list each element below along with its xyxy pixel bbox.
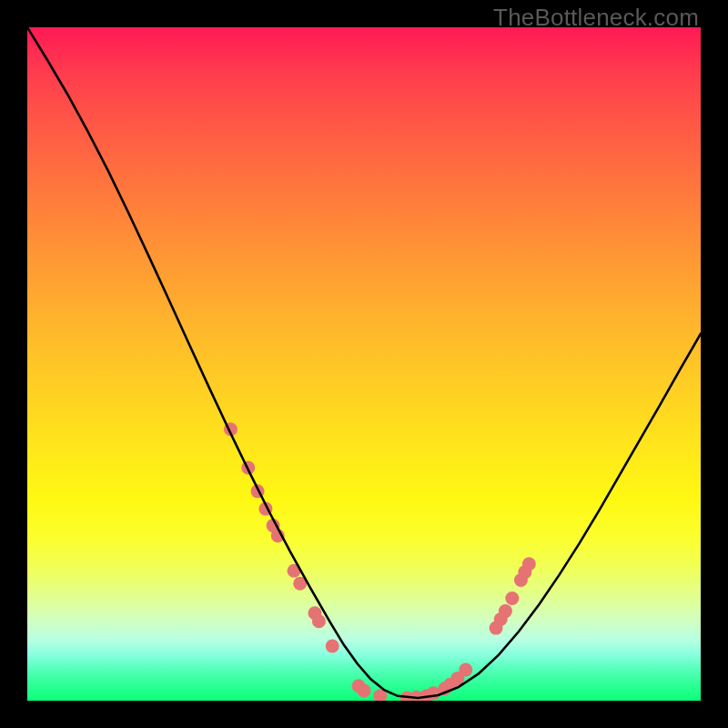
marker-dot xyxy=(326,640,339,653)
markers-group xyxy=(224,422,536,701)
marker-dot xyxy=(358,683,371,697)
chart-svg xyxy=(27,27,701,701)
plot-area xyxy=(27,27,701,701)
marker-dot xyxy=(505,592,519,605)
marker-dot xyxy=(312,614,326,628)
outer-frame: TheBottleneck.com xyxy=(0,0,728,728)
marker-dot xyxy=(499,604,512,618)
curve-line xyxy=(27,27,701,698)
marker-dot xyxy=(459,662,472,676)
marker-dot xyxy=(522,557,536,571)
